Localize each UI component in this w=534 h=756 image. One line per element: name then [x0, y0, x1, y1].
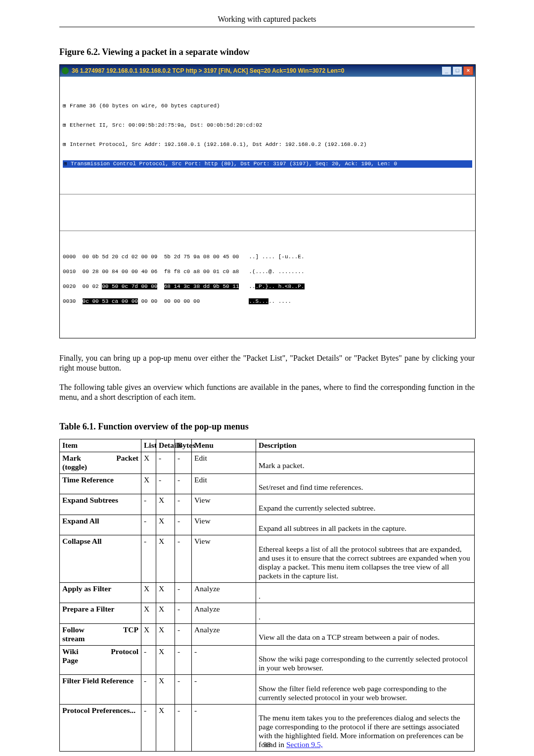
col-details: Details: [156, 439, 175, 452]
table-row: Filter Field Reference - X - - Show the …: [60, 675, 475, 705]
col-menu: Menu: [192, 439, 256, 452]
pane-divider: [60, 194, 475, 194]
tree-line-selected: Transmission Control Protocol, Src Port:…: [71, 161, 397, 167]
col-description: Description: [256, 439, 475, 452]
table-header-row: Item List Details Bytes Menu Description: [60, 439, 475, 452]
figure-caption: Figure 6.2. Viewing a packet in a separa…: [59, 47, 475, 57]
window-title: 36 1.274987 192.168.0.1 192.168.0.2 TCP …: [72, 67, 442, 74]
packet-window-screenshot: 36 1.274987 192.168.0.1 192.168.0.2 TCP …: [59, 64, 476, 338]
packet-bytes-pane: 0000 00 0b 5d 20 cd 02 00 09 5b 2d 75 9a…: [60, 243, 475, 326]
table-caption: Table 6.1. Function overview of the pop-…: [59, 422, 475, 432]
col-list: List: [141, 439, 156, 452]
expand-icon[interactable]: ⊞: [63, 141, 68, 148]
table-row: MarkPacket(toggle) X - - Edit Mark a pac…: [60, 452, 475, 473]
pane-divider: [60, 231, 475, 231]
expand-icon[interactable]: ⊞: [64, 160, 69, 168]
table-row: Time Reference X - - Edit Set/reset and …: [60, 473, 475, 494]
expand-icon[interactable]: ⊞: [63, 122, 68, 129]
table-row: Apply as Filter X X - Analyze .: [60, 582, 475, 603]
expand-icon[interactable]: ⊞: [63, 102, 68, 110]
close-icon[interactable]: ×: [463, 66, 473, 75]
table-row: FollowTCPstream X X - Analyze View all t…: [60, 623, 475, 645]
packet-details-tree: ⊞Frame 36 (60 bytes on wire, 60 bytes ca…: [60, 89, 475, 181]
col-bytes: Bytes: [175, 439, 192, 452]
minimize-icon[interactable]: _: [442, 66, 451, 75]
tree-line: Ethernet II, Src: 00:09:5b:2d:75:9a, Dst…: [70, 122, 262, 128]
tree-line: Internet Protocol, Src Addr: 192.168.0.1…: [70, 142, 367, 147]
body-paragraph: Finally, you can bring up a pop-up menu …: [59, 353, 475, 374]
col-item: Item: [60, 439, 141, 452]
table-row: Expand Subtrees - X - View Expand the cu…: [60, 494, 475, 515]
body-paragraph: The following table gives an overview wh…: [59, 382, 475, 403]
header-rule: [59, 27, 475, 27]
tree-line: Frame 36 (60 bytes on wire, 60 bytes cap…: [70, 103, 220, 109]
app-icon: [62, 67, 69, 74]
running-header: Working with captured packets: [59, 15, 475, 27]
page-number: 98: [0, 741, 534, 749]
table-row: Prepare a Filter X X - Analyze .: [60, 603, 475, 624]
popup-menu-function-table: Item List Details Bytes Menu Description…: [59, 439, 475, 752]
table-row: Collapse All - X - View Ethereal keeps a…: [60, 535, 475, 583]
window-titlebar: 36 1.274987 192.168.0.1 192.168.0.2 TCP …: [60, 65, 475, 77]
table-row: WikiProtocolPage - X - - Show the wiki p…: [60, 645, 475, 675]
maximize-icon[interactable]: □: [452, 66, 462, 75]
table-row: Expand All - X - View Expand all subtree…: [60, 515, 475, 535]
